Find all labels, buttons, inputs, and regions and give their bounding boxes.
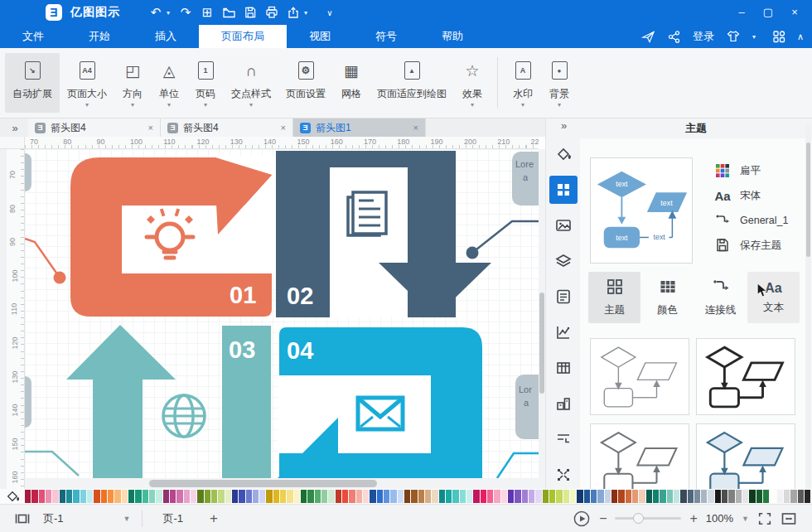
color-swatch[interactable]: [404, 490, 410, 503]
color-swatch[interactable]: [370, 490, 375, 503]
open-folder-icon[interactable]: [218, 2, 239, 23]
zoom-out-button[interactable]: −: [599, 511, 607, 526]
color-swatch[interactable]: [756, 490, 762, 503]
color-swatch[interactable]: [742, 490, 748, 503]
color-swatch[interactable]: [667, 490, 673, 503]
close-tab-icon[interactable]: ×: [281, 123, 286, 133]
side-toolbar-outline-icon[interactable]: [549, 425, 578, 453]
color-swatch[interactable]: [556, 490, 562, 503]
color-swatch[interactable]: [52, 490, 58, 503]
document-tab-1[interactable]: Ǝ箭头图4×: [28, 118, 161, 137]
zoom-caret-icon[interactable]: ▼: [742, 515, 749, 523]
color-swatch[interactable]: [253, 490, 259, 503]
color-swatch[interactable]: [660, 490, 665, 503]
ribbon-button-junction-style[interactable]: ∩交点样式▾: [224, 53, 278, 113]
color-swatch[interactable]: [749, 490, 755, 503]
theme-option-color-grid[interactable]: 扁平: [714, 158, 807, 183]
color-swatch[interactable]: [798, 490, 804, 503]
ribbon-button-page-setup[interactable]: ⚙页面设置: [278, 53, 333, 113]
theme-thumbnail-theme-blue[interactable]: [696, 423, 795, 489]
color-swatch[interactable]: [570, 490, 576, 503]
color-swatch[interactable]: [790, 490, 796, 503]
presentation-play-icon[interactable]: [573, 510, 591, 528]
undo-caret-icon[interactable]: ▾: [167, 9, 175, 17]
menu-item-帮助[interactable]: 帮助: [419, 25, 486, 48]
pages-view-icon[interactable]: [13, 511, 31, 526]
panel-scrollbar[interactable]: [805, 124, 811, 489]
login-button[interactable]: 登录: [693, 29, 714, 44]
ribbon-button-page-size[interactable]: A4页面大小▾: [60, 53, 114, 113]
color-swatch[interactable]: [342, 490, 348, 503]
color-swatch[interactable]: [390, 490, 396, 503]
color-swatch[interactable]: [301, 490, 307, 503]
tab-overflow-icon[interactable]: »: [0, 118, 28, 137]
panel-tab-connector[interactable]: 连接线: [694, 272, 747, 323]
ribbon-button-auto-expand[interactable]: ↘自动扩展: [5, 53, 60, 113]
zoom-in-button[interactable]: +: [689, 511, 697, 526]
color-swatch[interactable]: [577, 490, 582, 503]
close-button[interactable]: ×: [784, 2, 805, 22]
export-icon[interactable]: [283, 2, 304, 23]
close-tab-icon[interactable]: ×: [413, 123, 418, 133]
color-swatch[interactable]: [529, 490, 534, 503]
color-swatch[interactable]: [349, 490, 355, 503]
color-swatch[interactable]: [611, 490, 617, 503]
color-swatch[interactable]: [128, 490, 134, 503]
color-swatch[interactable]: [522, 490, 528, 503]
color-swatch[interactable]: [535, 490, 541, 503]
document-tab-3[interactable]: Ǝ箭头图1×: [293, 118, 426, 137]
side-toolbar-image-icon[interactable]: [549, 211, 578, 239]
color-swatch[interactable]: [377, 490, 383, 503]
color-swatch[interactable]: [25, 490, 31, 503]
color-swatch[interactable]: [280, 490, 286, 503]
side-toolbar-table-icon[interactable]: [549, 354, 578, 382]
collapse-toolbar-icon[interactable]: ∨: [319, 2, 341, 23]
color-swatch[interactable]: [632, 490, 638, 503]
page-selector[interactable]: 页-1 ▼: [43, 511, 130, 526]
color-swatch[interactable]: [328, 490, 334, 503]
color-swatch[interactable]: [87, 490, 93, 503]
side-toolbar-fill-bucket-icon[interactable]: [549, 140, 578, 168]
color-swatch[interactable]: [694, 490, 700, 503]
color-swatch[interactable]: [701, 490, 707, 503]
color-swatch[interactable]: [246, 490, 252, 503]
color-swatch[interactable]: [515, 490, 520, 503]
drawing-canvas[interactable]: 01 02: [25, 149, 539, 489]
scrollbar-thumb[interactable]: [149, 480, 377, 487]
close-tab-icon[interactable]: ×: [148, 123, 153, 133]
menu-item-页面布局[interactable]: 页面布局: [199, 25, 287, 48]
scrollbar-thumb[interactable]: [539, 293, 544, 394]
color-swatch[interactable]: [101, 490, 107, 503]
panel-tab-colors[interactable]: 颜色: [641, 272, 694, 323]
theme-option-font-aa[interactable]: Aa宋体: [714, 183, 807, 208]
side-toolbar-layers-icon[interactable]: [549, 247, 578, 275]
color-swatch[interactable]: [273, 490, 279, 503]
color-swatch[interactable]: [708, 490, 713, 503]
color-swatch[interactable]: [674, 490, 679, 503]
color-swatch[interactable]: [618, 490, 624, 503]
color-swatch[interactable]: [777, 490, 783, 503]
color-swatch[interactable]: [197, 490, 203, 503]
color-swatch[interactable]: [432, 490, 437, 503]
menu-item-开始[interactable]: 开始: [66, 25, 133, 48]
color-swatch[interactable]: [605, 490, 611, 503]
color-swatch[interactable]: [584, 490, 590, 503]
save-icon[interactable]: [239, 2, 261, 23]
color-swatch[interactable]: [135, 490, 141, 503]
document-tab-2[interactable]: Ǝ箭头图4×: [161, 118, 293, 137]
zoom-value[interactable]: 100%: [706, 512, 733, 525]
color-swatch[interactable]: [722, 490, 727, 503]
side-toolbar-shapes-icon[interactable]: [549, 389, 578, 418]
collapse-ribbon-icon[interactable]: ∧: [797, 31, 804, 42]
note-bottom-right[interactable]: Lor a: [515, 375, 539, 439]
color-swatch[interactable]: [46, 490, 51, 503]
ribbon-button-unit[interactable]: ◬单位▾: [151, 53, 187, 113]
theme-thumbnail-theme-thin-gray[interactable]: [590, 338, 689, 415]
fit-width-icon[interactable]: [781, 511, 797, 526]
zoom-slider-knob[interactable]: [633, 513, 644, 524]
color-swatch[interactable]: [336, 490, 341, 503]
color-swatch[interactable]: [501, 490, 507, 503]
fullscreen-icon[interactable]: [757, 511, 772, 526]
color-swatch[interactable]: [481, 490, 486, 503]
menu-item-文件[interactable]: 文件: [0, 25, 66, 48]
